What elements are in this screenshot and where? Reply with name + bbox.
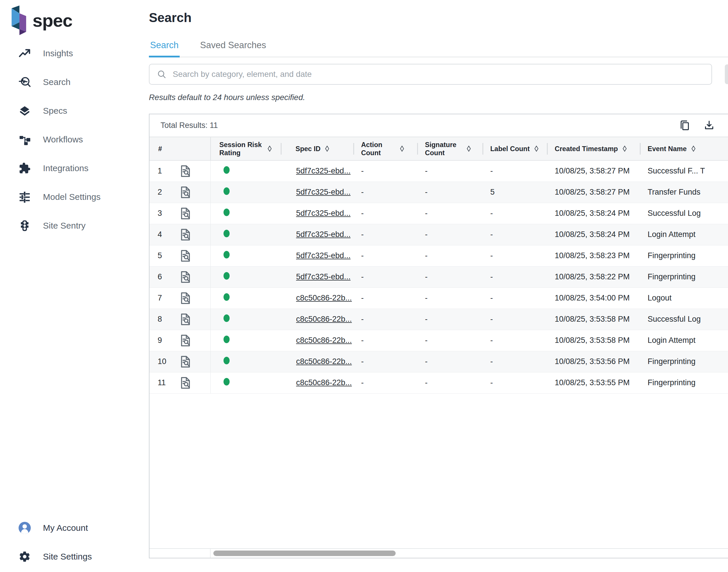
search-input[interactable]	[173, 70, 712, 79]
spec-id-link[interactable]: c8c50c86-22b...	[296, 294, 352, 302]
preview-document-icon[interactable]	[178, 227, 192, 242]
created-timestamp-cell: 10/08/25, 3:53:55 PM	[548, 372, 641, 393]
created-timestamp-cell: 10/08/25, 3:58:23 PM	[548, 245, 641, 266]
sidebar-item-insights[interactable]: Insights	[0, 39, 125, 68]
action-count-cell: -	[354, 224, 418, 245]
action-count-cell: -	[354, 160, 418, 182]
download-icon[interactable]	[703, 119, 716, 132]
spec-id-link[interactable]: c8c50c86-22b...	[296, 357, 352, 366]
label-count-cell: -	[483, 160, 548, 182]
col-header-session-risk-rating[interactable]: Session Risk Rating	[210, 137, 282, 160]
spec-id-link[interactable]: 5df7c325-ebd...	[296, 272, 351, 281]
sidebar-item-integrations[interactable]: Integrations	[0, 154, 125, 183]
row-number: 9	[158, 336, 174, 345]
spec-id-link[interactable]: 5df7c325-ebd...	[296, 251, 351, 260]
event-name-cell: Transfer Funds	[641, 182, 728, 203]
sidebar-item-my-account[interactable]: My Account	[0, 513, 125, 542]
col-header-signature-count[interactable]: Signature Count	[418, 137, 483, 160]
preview-document-icon[interactable]	[178, 354, 192, 369]
spec-id-link[interactable]: c8c50c86-22b...	[296, 315, 352, 324]
search-button[interactable]: SEARCH	[725, 64, 728, 84]
risk-dot	[224, 378, 230, 385]
sort-icon[interactable]	[623, 146, 627, 152]
sort-icon[interactable]	[325, 146, 329, 152]
preview-document-icon[interactable]	[178, 248, 192, 263]
risk-dot	[224, 272, 230, 280]
preview-document-icon[interactable]	[178, 164, 192, 178]
preview-document-icon[interactable]	[178, 333, 192, 348]
scrollbar-thumb[interactable]	[214, 551, 396, 556]
event-name-cell: Fingerprinting	[641, 351, 728, 372]
label-count-cell: -	[483, 309, 548, 330]
preview-document-icon[interactable]	[178, 185, 192, 200]
layers-icon	[18, 104, 32, 118]
sidebar: spec Insights Search	[0, 0, 125, 572]
spec-id-link[interactable]: 5df7c325-ebd...	[296, 209, 351, 218]
label-count-cell: -	[483, 287, 548, 309]
event-name-cell: Successful Log	[641, 309, 728, 330]
event-name-cell: Fingerprinting	[641, 245, 728, 266]
col-header-created-timestamp[interactable]: Created Timestamp	[548, 137, 641, 160]
col-header-spec-id[interactable]: Spec ID	[282, 137, 354, 160]
sidebar-item-site-sentry[interactable]: Site Sentry	[0, 211, 125, 240]
tab-search[interactable]: Search	[149, 40, 180, 57]
label-count-cell: 5	[483, 182, 548, 203]
signature-count-cell: -	[418, 330, 483, 351]
results-default-note: Results default to 24 hours unless speci…	[149, 93, 728, 102]
tab-saved-searches[interactable]: Saved Searches	[199, 40, 267, 57]
search-row: SEARCH	[149, 64, 728, 85]
sidebar-item-workflows[interactable]: Workflows	[0, 125, 125, 154]
workflow-icon	[18, 133, 32, 146]
preview-document-icon[interactable]	[178, 206, 192, 221]
preview-document-icon[interactable]	[178, 376, 192, 390]
spec-id-link[interactable]: 5df7c325-ebd...	[296, 188, 351, 196]
row-number: 8	[158, 315, 174, 324]
col-header-event-name[interactable]: Event Name	[641, 137, 728, 160]
spec-id-link[interactable]: c8c50c86-22b...	[296, 378, 352, 387]
spec-id-link[interactable]: c8c50c86-22b...	[296, 336, 352, 345]
event-name-cell: Login Attempt	[641, 224, 728, 245]
sidebar-item-specs[interactable]: Specs	[0, 96, 125, 125]
event-name-cell: Fingerprinting	[641, 372, 728, 393]
created-timestamp-cell: 10/08/25, 3:53:58 PM	[548, 330, 641, 351]
event-name-cell: Login Attempt	[641, 330, 728, 351]
results-table: # Session Risk Rating Spec ID Action Cou…	[149, 137, 728, 394]
signature-count-cell: -	[418, 245, 483, 266]
action-count-cell: -	[354, 203, 418, 224]
sort-icon[interactable]	[534, 146, 538, 152]
signature-count-cell: -	[418, 182, 483, 203]
label-count-cell: -	[483, 245, 548, 266]
sort-icon[interactable]	[267, 146, 272, 152]
sidebar-item-model-settings[interactable]: Model Settings	[0, 183, 125, 211]
event-name-cell: Successful Log	[641, 203, 728, 224]
risk-dot	[224, 251, 230, 259]
sidebar-item-label: Site Settings	[43, 552, 92, 562]
signature-count-cell: -	[418, 287, 483, 309]
avatar-icon	[18, 521, 32, 534]
row-number: 3	[158, 209, 174, 218]
col-header-label-count[interactable]: Label Count	[483, 137, 548, 160]
col-header-index: #	[149, 137, 210, 160]
label-count-cell: -	[483, 203, 548, 224]
event-name-cell: Fingerprinting	[641, 266, 728, 287]
action-count-cell: -	[354, 266, 418, 287]
spec-id-link[interactable]: 5df7c325-ebd...	[296, 230, 351, 239]
results-card-header: Total Results: 11	[149, 114, 728, 137]
row-number: 7	[158, 294, 174, 302]
sidebar-item-site-settings[interactable]: Site Settings	[0, 542, 125, 571]
sort-icon[interactable]	[400, 146, 404, 152]
preview-document-icon[interactable]	[178, 312, 192, 327]
preview-document-icon[interactable]	[178, 291, 192, 305]
preview-document-icon[interactable]	[178, 270, 192, 284]
risk-dot	[224, 188, 230, 195]
spec-id-link[interactable]: 5df7c325-ebd...	[296, 166, 351, 175]
signature-count-cell: -	[418, 351, 483, 372]
copy-icon[interactable]	[678, 119, 691, 132]
sidebar-item-search[interactable]: Search	[0, 68, 125, 96]
sort-icon[interactable]	[691, 146, 695, 152]
sort-icon[interactable]	[467, 146, 471, 152]
table-row: 1 5df7c325-ebd... - - - 10/08/25, 3:58:2…	[149, 160, 728, 182]
brand-name: spec	[33, 10, 72, 31]
col-header-action-count[interactable]: Action Count	[354, 137, 418, 160]
label-count-cell: -	[483, 372, 548, 393]
